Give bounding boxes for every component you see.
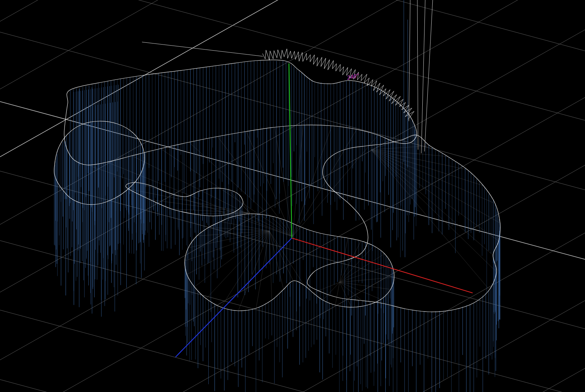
scene-svg: 240° xyxy=(0,0,585,392)
contour-ridge xyxy=(64,60,417,165)
contour-layer xyxy=(54,60,500,312)
plunge-layer xyxy=(54,0,500,392)
grid-layer xyxy=(0,0,585,392)
axis-x xyxy=(292,238,473,293)
label-layer: 240° xyxy=(346,72,360,81)
zigzag-layer xyxy=(263,49,414,119)
angle-label: 240° xyxy=(346,72,360,81)
retract-layer xyxy=(142,0,433,153)
fan-layer xyxy=(87,125,500,311)
cam-viewport[interactable]: 240° xyxy=(0,0,585,392)
